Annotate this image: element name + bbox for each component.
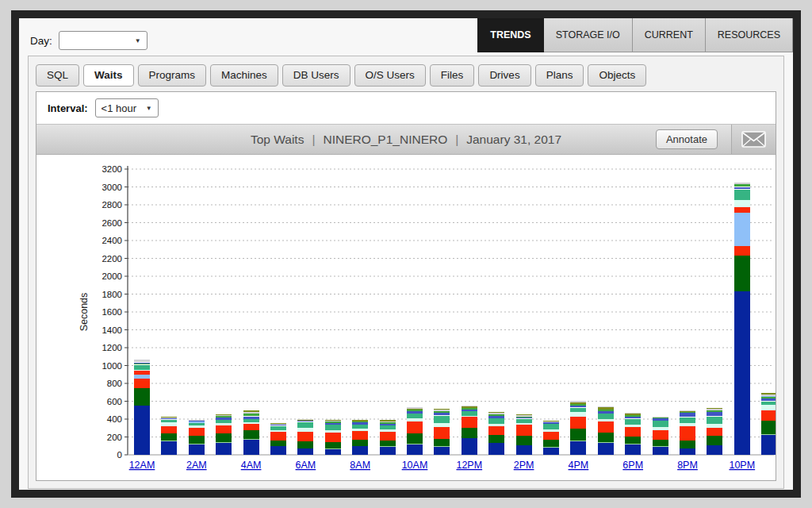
bar-segment-white bbox=[407, 414, 423, 414]
bar-segment-cyan bbox=[297, 428, 313, 432]
bar-segment-cyan bbox=[161, 422, 177, 426]
tab-plans[interactable]: Plans bbox=[535, 64, 584, 87]
bar-segment-teal bbox=[434, 416, 450, 423]
bar-segment-lime bbox=[297, 448, 313, 449]
bar-segment-white bbox=[543, 424, 559, 425]
x-axis-time-link-4PM[interactable]: 4PM bbox=[569, 460, 589, 471]
tab-objects[interactable]: Objects bbox=[588, 64, 646, 87]
envelope-icon bbox=[741, 131, 766, 148]
bar-segment-white bbox=[653, 421, 668, 421]
bar-1AM bbox=[161, 417, 177, 455]
bar-segment-blue bbox=[462, 410, 477, 411]
tab-programs[interactable]: Programs bbox=[138, 64, 207, 87]
bar-segment-white bbox=[380, 425, 396, 426]
bar-segment-green bbox=[570, 429, 586, 441]
bar-segment-olive bbox=[516, 414, 532, 415]
tab-sql[interactable]: SQL bbox=[36, 64, 79, 87]
x-axis-time-link-4AM[interactable]: 4AM bbox=[241, 460, 262, 471]
bar-segment-olive bbox=[325, 420, 341, 421]
bar-segment-teal bbox=[570, 408, 586, 413]
bar-segment-lime bbox=[543, 447, 559, 448]
bar-segment-lime bbox=[516, 445, 532, 446]
bar-segment-navy bbox=[543, 448, 559, 455]
x-axis-time-link-2AM[interactable]: 2AM bbox=[186, 460, 207, 471]
bar-segment-silver bbox=[761, 394, 776, 396]
bar-segment-blue bbox=[297, 421, 313, 421]
chart-area: 0200400600800100012001400160018002000220… bbox=[36, 155, 776, 480]
bar-segment-green bbox=[407, 433, 423, 444]
x-axis-time-link-10PM[interactable]: 10PM bbox=[729, 460, 755, 471]
tab-o-s-users[interactable]: O/S Users bbox=[354, 64, 426, 87]
bar-segment-navy bbox=[734, 291, 750, 455]
bar-segment-red bbox=[625, 427, 641, 437]
x-axis-time-link-10AM[interactable]: 10AM bbox=[402, 460, 428, 471]
bar-segment-lime bbox=[270, 446, 286, 447]
day-select[interactable]: ▼ bbox=[59, 31, 147, 50]
x-axis-time-link-8PM[interactable]: 8PM bbox=[677, 460, 698, 471]
bar-segment-grass bbox=[434, 411, 450, 413]
bar-segment-cyan bbox=[407, 418, 423, 421]
bar-segment-grass bbox=[680, 412, 695, 413]
nav-button-storage-i-o[interactable]: STORAGE I/O bbox=[544, 18, 633, 52]
x-axis-time-link-12PM[interactable]: 12PM bbox=[456, 460, 482, 471]
tab-files[interactable]: Files bbox=[430, 64, 475, 87]
bar-8PM bbox=[680, 410, 695, 455]
bar-segment-teal bbox=[161, 420, 177, 422]
bar-segment-lime bbox=[434, 446, 450, 447]
x-axis-time-link-2PM[interactable]: 2PM bbox=[514, 460, 534, 471]
bar-segment-olive bbox=[761, 393, 776, 394]
bar-segment-cyan bbox=[189, 425, 205, 428]
bar-segment-silver bbox=[297, 419, 313, 420]
bar-segment-blue bbox=[134, 363, 150, 364]
bar-segment-green bbox=[734, 256, 750, 291]
tab-waits[interactable]: Waits bbox=[83, 64, 134, 87]
y-tick-label: 3000 bbox=[102, 183, 122, 192]
bar-segment-cyan bbox=[680, 423, 695, 427]
email-button[interactable] bbox=[731, 125, 776, 154]
bar-segment-teal bbox=[707, 417, 722, 424]
bar-segment-red bbox=[653, 430, 668, 440]
bar-segment-white bbox=[761, 401, 776, 402]
bar-segment-teal bbox=[488, 418, 504, 423]
tab-drives[interactable]: Drives bbox=[478, 64, 530, 87]
bar-segment-lime bbox=[653, 446, 668, 447]
bar-segment-white bbox=[680, 417, 695, 418]
bar-segment-navy bbox=[407, 444, 423, 456]
annotate-button[interactable]: Annotate bbox=[656, 129, 718, 149]
tab-machines[interactable]: Machines bbox=[210, 64, 278, 87]
bar-segment-green bbox=[680, 441, 695, 448]
bar-segment-green bbox=[598, 433, 614, 442]
bar-segment-grass bbox=[598, 410, 614, 411]
x-axis-time-link-12AM[interactable]: 12AM bbox=[129, 460, 155, 471]
x-axis-time-link-6PM[interactable]: 6PM bbox=[622, 460, 643, 471]
nav-button-current[interactable]: CURRENT bbox=[633, 18, 706, 52]
bar-segment-teal bbox=[761, 402, 776, 406]
tab-db-users[interactable]: DB Users bbox=[282, 64, 350, 87]
bar-segment-teal bbox=[625, 419, 641, 425]
y-tick-label: 1200 bbox=[102, 343, 122, 352]
bar-segment-green bbox=[297, 441, 313, 448]
bar-segment-white bbox=[625, 418, 641, 419]
bar-segment-red bbox=[297, 432, 313, 441]
bar-segment-olive bbox=[352, 420, 368, 421]
x-axis-time-link-8AM[interactable]: 8AM bbox=[350, 460, 370, 471]
bar-segment-silver bbox=[598, 406, 614, 408]
bar-11PM bbox=[761, 393, 776, 455]
bar-segment-red bbox=[434, 427, 450, 440]
bar-segment-white bbox=[707, 416, 722, 417]
bar-segment-green bbox=[462, 428, 477, 438]
bar-segment-red bbox=[570, 417, 586, 429]
nav-button-trends[interactable]: TRENDS bbox=[477, 18, 543, 52]
bar-segment-blue bbox=[243, 417, 259, 420]
bar-segment-olive bbox=[707, 408, 722, 409]
bar-segment-lime bbox=[325, 448, 341, 449]
x-axis-time-link-6AM[interactable]: 6AM bbox=[296, 460, 316, 471]
y-tick-label: 1600 bbox=[102, 307, 122, 317]
interval-select[interactable]: <1 hour ▼ bbox=[95, 98, 159, 117]
bar-segment-teal bbox=[297, 422, 313, 428]
nav-button-resources[interactable]: RESOURCES bbox=[706, 18, 793, 52]
bar-segment-navy bbox=[380, 447, 396, 455]
bar-segment-olive bbox=[543, 421, 559, 421]
bar-segment-navy bbox=[761, 435, 776, 455]
bar-segment-blue bbox=[625, 417, 641, 419]
